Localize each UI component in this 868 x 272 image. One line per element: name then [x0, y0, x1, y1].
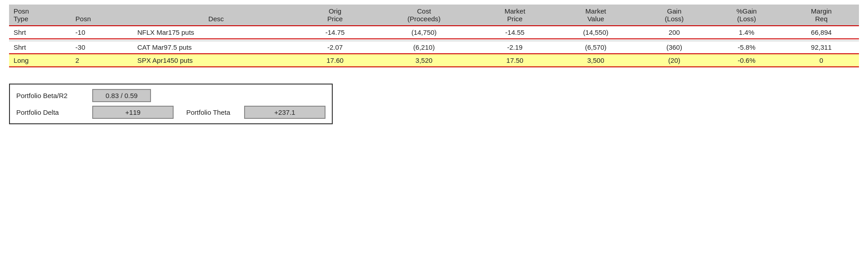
table-cell: -14.75 — [299, 26, 371, 39]
table-cell: Shrt — [9, 26, 71, 39]
theta-value: +237.1 — [244, 106, 326, 119]
col-header-posn: Posn — [71, 5, 133, 26]
table-cell: -5.8% — [709, 41, 783, 54]
table-cell: 3,520 — [371, 54, 477, 67]
col-header-orig-price: OrigPrice — [299, 5, 371, 26]
col-header-pct-gain-loss: %Gain(Loss) — [709, 5, 783, 26]
delta-value: +119 — [92, 106, 174, 119]
col-header-gain-loss: Gain(Loss) — [639, 5, 710, 26]
delta-label: Portfolio Delta — [16, 108, 89, 116]
table-cell: CAT Mar97.5 puts — [133, 41, 299, 54]
beta-r2-label: Portfolio Beta/R2 — [16, 92, 89, 99]
col-header-desc: Desc — [133, 5, 299, 26]
table-cell: 92,311 — [784, 41, 859, 54]
table-cell: (6,210) — [371, 41, 477, 54]
table-cell: (14,750) — [371, 26, 477, 39]
table-cell: 0 — [784, 54, 859, 67]
table-cell: 17.60 — [299, 54, 371, 67]
table-cell: -14.55 — [477, 26, 552, 39]
col-header-market-value: MarketValue — [552, 5, 639, 26]
beta-r2-value: 0.83 / 0.59 — [92, 89, 151, 102]
table-cell: (6,570) — [552, 41, 639, 54]
table-cell: SPX Apr1450 puts — [133, 54, 299, 67]
table-cell: 200 — [639, 26, 710, 39]
col-header-market-price: MarketPrice — [477, 5, 552, 26]
table-cell: (360) — [639, 41, 710, 54]
table-cell: 1.4% — [709, 26, 783, 39]
table-cell: Long — [9, 54, 71, 67]
positions-table: PosnType Posn Desc OrigPrice Cost(Procee… — [9, 5, 859, 67]
table-cell: Shrt — [9, 41, 71, 54]
theta-label: Portfolio Theta — [177, 108, 241, 116]
table-row: Long2SPX Apr1450 puts17.603,52017.503,50… — [9, 54, 859, 67]
table-cell: -30 — [71, 41, 133, 54]
table-row: Shrt-10NFLX Mar175 puts-14.75(14,750)-14… — [9, 26, 859, 39]
col-header-posn-type: PosnType — [9, 5, 71, 26]
table-cell: (20) — [639, 54, 710, 67]
table-cell: -2.07 — [299, 41, 371, 54]
table-cell: NFLX Mar175 puts — [133, 26, 299, 39]
table-header-row: PosnType Posn Desc OrigPrice Cost(Procee… — [9, 5, 859, 26]
table-cell: -10 — [71, 26, 133, 39]
table-cell: 2 — [71, 54, 133, 67]
summary-box: Portfolio Beta/R2 0.83 / 0.59 Portfolio … — [9, 84, 333, 124]
beta-r2-row: Portfolio Beta/R2 0.83 / 0.59 — [16, 89, 326, 102]
table-cell: 3,500 — [552, 54, 639, 67]
col-header-margin-req: MarginReq — [784, 5, 859, 26]
table-row: Shrt-30CAT Mar97.5 puts-2.07(6,210)-2.19… — [9, 41, 859, 54]
table-cell: (14,550) — [552, 26, 639, 39]
table-cell: -0.6% — [709, 54, 783, 67]
delta-theta-row: Portfolio Delta +119 Portfolio Theta +23… — [16, 106, 326, 119]
table-cell: 17.50 — [477, 54, 552, 67]
table-cell: -2.19 — [477, 41, 552, 54]
col-header-cost: Cost(Proceeds) — [371, 5, 477, 26]
table-cell: 66,894 — [784, 26, 859, 39]
